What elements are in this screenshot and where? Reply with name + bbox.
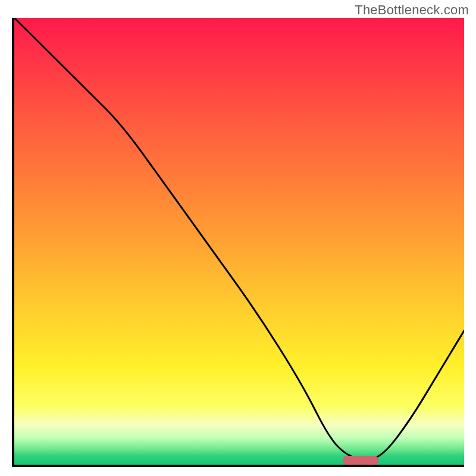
chart-canvas: TheBottleneck.com (0, 0, 476, 476)
watermark-text: TheBottleneck.com (355, 2, 469, 18)
plot-area (12, 18, 464, 467)
curve-layer (14, 18, 464, 465)
bottleneck-curve (14, 18, 464, 459)
minimum-marker (343, 456, 378, 465)
